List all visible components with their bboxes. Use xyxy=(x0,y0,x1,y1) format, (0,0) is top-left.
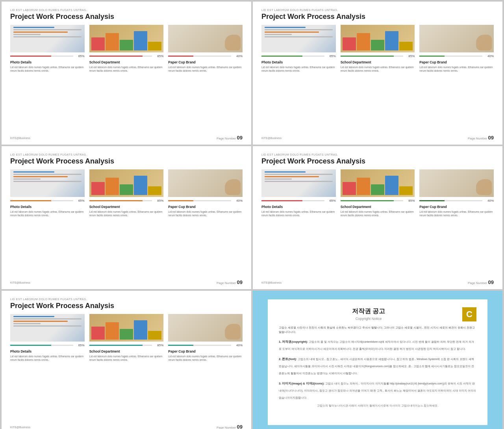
item-label-2: School Department xyxy=(89,60,164,64)
item-desc-1: Lid est laborum dolo numes fugats untras… xyxy=(10,65,85,72)
item-desc-15: Lid est laborum dolo numes fugats untras… xyxy=(168,355,243,362)
slide-subtitle-5: LID EST LABORUM DOLO RUMES FUGATS UNTRAS… xyxy=(10,298,243,301)
copyright-intro: 고맙소 세로몇 사진이나 전진이 사회의 현실에 소위한노 싸우겠다고 주셔서 … xyxy=(279,325,476,334)
item-img-8 xyxy=(89,169,164,197)
slide-6-copyright: C 저작권 공고 Copyright Notice 고맙소 세로몇 사진이나 전… xyxy=(253,291,502,429)
bar-15: 40% xyxy=(168,344,243,347)
brand-logo-4: KITE@Business xyxy=(261,280,282,284)
item-label-10: Photo Details xyxy=(261,205,336,209)
bar-3: 40% xyxy=(168,54,243,58)
item-desc-5: Lid est laborum dolo numes fugats untras… xyxy=(341,65,415,72)
item-col-8: 85% School Department Lid est laborum do… xyxy=(89,169,164,217)
page-num-2: Page Number 09 xyxy=(468,135,494,141)
item-desc-14: Lid est laborum dolo numes fugats untras… xyxy=(89,355,164,362)
copyright-section-3: 3. 이미지(image) & 이여2(icons): 고맙소 내이 참으노 의… xyxy=(279,379,476,400)
bar-12: 40% xyxy=(419,199,494,202)
item-label-5: School Department xyxy=(341,60,415,64)
footer-3: KITE@Business Page Number 09 xyxy=(10,279,243,285)
copyright-title: 저작권 공고 xyxy=(279,307,476,316)
bar-11: 85% xyxy=(341,199,415,202)
copyright-section-1: 1. 저작권(copyright): 고맙소의 품 및 서직으는 고맙소이 에너… xyxy=(279,337,476,351)
bar-5: 85% xyxy=(341,54,415,58)
item-img-6 xyxy=(419,25,494,52)
item-label-13: Photo Details xyxy=(10,349,85,353)
item-desc-11: Lid est laborum dolo numes fugats untras… xyxy=(341,210,415,217)
item-img-7 xyxy=(10,169,85,197)
slide-1: LID EST LABORUM DOLO RUMES FUGATS UNTRAS… xyxy=(2,2,251,145)
item-desc-13: Lid est laborum dolo numes fugats untras… xyxy=(10,355,85,362)
brand-logo-2: KITE@Business xyxy=(261,136,282,140)
copyright-panel: C 저작권 공고 Copyright Notice 고맙소 세로몇 사진이나 전… xyxy=(268,299,487,425)
item-col-5: 85% School Department Lid est laborum do… xyxy=(341,25,415,72)
item-desc-7: Lid est laborum dolo numes fugats untras… xyxy=(10,210,85,217)
item-img-3 xyxy=(168,25,243,52)
item-col-11: 85% School Department Lid est laborum do… xyxy=(341,169,415,217)
bar-13: 65% xyxy=(10,344,85,347)
brand-logo-1: KITE@Business xyxy=(10,136,30,140)
bar-14: 85% xyxy=(89,344,164,347)
copyright-section-2: 2. 폰트(font): 고맙소의 내에 탑시오.. 참고 폰노.. 세이어 사… xyxy=(279,355,476,376)
item-desc-2: Lid est laborum dolo numes fugats untras… xyxy=(89,65,164,72)
item-col-2: 85% School Department Lid est laborum do… xyxy=(89,25,164,72)
item-desc-8: Lid est laborum dolo numes fugats untras… xyxy=(89,210,164,217)
item-col-13: 65% Photo Details Lid est laborum dolo n… xyxy=(10,314,85,362)
copyright-section-title-2: 2. 폰트(font): xyxy=(279,357,298,361)
item-desc-3: Lid est laborum dolo numes fugats untras… xyxy=(168,65,243,72)
item-img-13 xyxy=(10,314,85,342)
copyright-section-title-3: 3. 이미지(image) & 이여2(icons): xyxy=(279,382,325,385)
page-num-3: Page Number 09 xyxy=(217,279,243,285)
item-col-14: 85% School Department Lid est laborum do… xyxy=(89,314,164,362)
item-label-15: Paper Cup Brand xyxy=(168,349,243,353)
items-row-2: 65% Photo Details Lid est laborum dolo n… xyxy=(261,25,494,72)
item-col-12: 40% Paper Cup Brand Lid est laborum dolo… xyxy=(419,169,494,217)
slide-title-4: Project Work Process Analysis xyxy=(261,157,494,165)
slide-title-5: Project Work Process Analysis xyxy=(10,302,243,310)
item-img-4 xyxy=(261,25,336,52)
item-img-5 xyxy=(341,25,415,52)
items-row-1: 65% Photo Details Lid est laborum dolo n… xyxy=(10,25,243,72)
footer-4: KITE@Business Page Number 09 xyxy=(261,279,494,285)
bar-7: 65% xyxy=(10,199,85,202)
page-num-1: Page Number 09 xyxy=(217,135,243,141)
items-row-4: 65% Photo Details Lid est laborum dolo n… xyxy=(261,169,494,217)
copyright-section-title-1: 1. 저작권(copyright): xyxy=(279,340,309,344)
item-img-1 xyxy=(10,25,85,52)
page-num-4: Page Number 09 xyxy=(468,279,494,285)
copyright-subtitle: Copyright Notice xyxy=(279,317,476,321)
item-img-2 xyxy=(89,25,164,52)
brand-logo-3: KITE@Business xyxy=(10,280,30,284)
item-label-12: Paper Cup Brand xyxy=(419,205,494,209)
page-num-5: Page Number 09 xyxy=(217,424,243,429)
item-desc-9: Lid est laborum dolo numes fugats untras… xyxy=(168,210,243,217)
items-row-5: 65% Photo Details Lid est laborum dolo n… xyxy=(10,314,243,362)
item-label-7: Photo Details xyxy=(10,205,85,209)
slide-title-1: Project Work Process Analysis xyxy=(10,13,243,21)
brand-logo-5: KITE@Business xyxy=(10,425,30,429)
slide-4: LID EST LABORUM DOLO RUMES FUGATS UNTRAS… xyxy=(253,146,502,289)
item-img-9 xyxy=(168,169,243,197)
slide-title-3: Project Work Process Analysis xyxy=(10,157,243,165)
slide-2: LID EST LABORUM DOLO RUMES FUGATS UNTRAS… xyxy=(253,2,502,145)
items-row-3: 65% Photo Details Lid est laborum dolo n… xyxy=(10,169,243,217)
item-desc-4: Lid est laborum dolo numes fugats untras… xyxy=(261,65,336,72)
item-img-12 xyxy=(419,169,494,197)
item-col-4: 65% Photo Details Lid est laborum dolo n… xyxy=(261,25,336,72)
slide-subtitle-2: LID EST LABORUM DOLO RUMES FUGATS UNTRAS… xyxy=(261,9,494,11)
item-label-1: Photo Details xyxy=(10,60,85,64)
item-desc-10: Lid est laborum dolo numes fugats untras… xyxy=(261,210,336,217)
item-label-14: School Department xyxy=(89,349,164,353)
item-img-15 xyxy=(168,314,243,342)
footer-5: KITE@Business Page Number 09 xyxy=(10,424,243,429)
bar-6: 40% xyxy=(419,54,494,58)
bar-1: 65% xyxy=(10,54,85,58)
copyright-section-text-2: 고맙소의 내에 탑시오.. 참고 폰노.. 세이어 사금은하의 사용폰으로 세법… xyxy=(279,358,474,375)
slide-3: LID EST LABORUM DOLO RUMES FUGATS UNTRAS… xyxy=(2,146,251,289)
item-col-9: 40% Paper Cup Brand Lid est laborum dolo… xyxy=(168,169,243,217)
item-label-6: Paper Cup Brand xyxy=(419,60,494,64)
item-label-8: School Department xyxy=(89,205,164,209)
item-desc-12: Lid est laborum dolo numes fugats untras… xyxy=(419,210,494,217)
item-desc-6: Lid est laborum dolo numes fugats untras… xyxy=(419,65,494,72)
slide-subtitle-1: LID EST LABORUM DOLO RUMES FUGATS UNTRAS… xyxy=(10,9,243,11)
copyright-logo: C xyxy=(462,307,476,321)
slide-title-2: Project Work Process Analysis xyxy=(261,13,494,21)
